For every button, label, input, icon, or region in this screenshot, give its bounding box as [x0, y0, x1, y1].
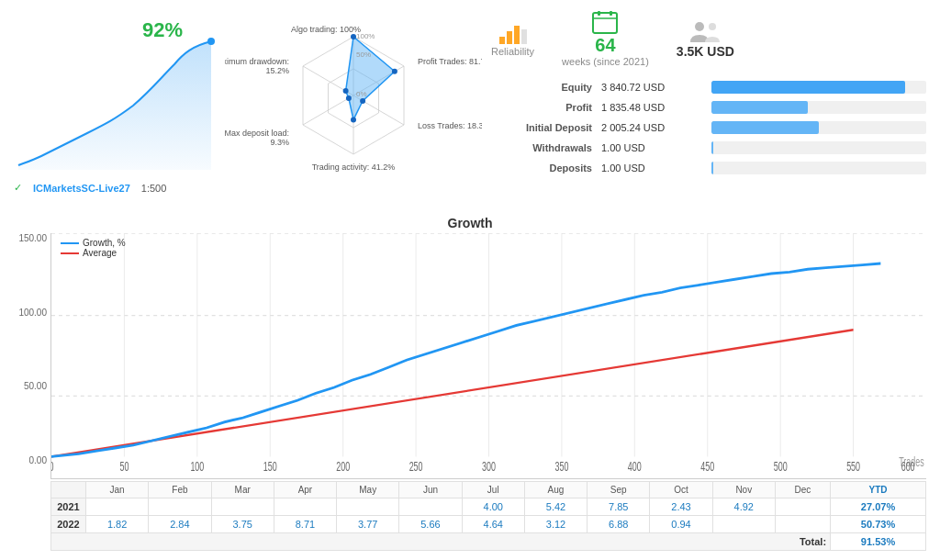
profit-bar — [711, 101, 808, 114]
svg-marker-7 — [346, 37, 395, 119]
radar-svg: 50% 100% 0% Algo trading: 100% Profit Tr… — [225, 9, 482, 193]
stats-icons-row: Reliability 64 weeks (since 2021) — [491, 9, 926, 67]
2022-jun: 5.66 — [399, 516, 462, 533]
svg-point-25 — [695, 22, 704, 31]
growth-chart-container: Growth, % Average — [50, 233, 926, 479]
profit-bar-container — [711, 101, 926, 114]
2021-jun — [399, 498, 462, 516]
svg-rect-18 — [507, 31, 512, 44]
svg-text:400: 400 — [628, 459, 642, 475]
2021-ytd: 27.07% — [831, 498, 926, 516]
people-icon — [688, 18, 722, 44]
chart-legend: Growth, % Average — [61, 238, 126, 258]
initial-deposit-bar-container — [711, 121, 926, 134]
growth-percent: 92% — [142, 18, 183, 42]
table-row-2022: 2022 1.82 2.84 3.75 8.71 3.77 5.66 4.64 … — [51, 516, 926, 533]
weeks-value: 64 — [595, 35, 615, 56]
deposits-bar — [711, 162, 713, 174]
svg-rect-24 — [610, 11, 612, 16]
month-may: May — [337, 482, 399, 498]
withdrawals-row: Withdrawals 1.00 USD — [491, 141, 926, 154]
leverage: 1:500 — [141, 183, 167, 194]
2022-aug: 3.12 — [524, 516, 587, 533]
2021-dec — [775, 498, 830, 516]
svg-text:150: 150 — [263, 459, 277, 475]
2021-may — [337, 498, 399, 516]
withdrawals-value: 1.00 USD — [601, 142, 702, 153]
svg-line-41 — [51, 330, 854, 456]
legend-average: Average — [61, 248, 126, 258]
legend-growth-label: Growth, % — [83, 238, 126, 248]
radar-label-drawdown: Maximum drawdown: — [225, 57, 289, 66]
2022-feb: 2.84 — [149, 516, 211, 533]
year-2021: 2021 — [51, 498, 86, 516]
usd-value: 3.5K USD — [677, 44, 734, 59]
financial-stat-rows: Equity 3 840.72 USD Profit 1 835.48 USD … — [491, 81, 926, 174]
initial-deposit-row: Initial Deposit 2 005.24 USD — [491, 121, 926, 134]
bar-chart-icon — [498, 20, 528, 46]
svg-text:50: 50 — [119, 459, 129, 475]
svg-point-26 — [709, 23, 716, 30]
svg-rect-19 — [514, 26, 520, 44]
legend-average-label: Average — [83, 248, 117, 258]
equity-value: 3 840.72 USD — [601, 82, 702, 93]
svg-text:100: 100 — [190, 459, 204, 475]
2021-jul: 4.00 — [462, 498, 524, 516]
svg-rect-17 — [499, 37, 505, 44]
svg-text:550: 550 — [846, 459, 860, 475]
month-aug: Aug — [524, 482, 587, 498]
svg-rect-20 — [521, 29, 527, 44]
deposits-value: 1.00 USD — [601, 162, 702, 174]
2022-jan: 1.82 — [86, 516, 149, 533]
y-label-50: 50.00 — [24, 381, 47, 391]
profit-label: Profit — [491, 102, 592, 113]
total-value: 91.53% — [831, 533, 926, 551]
initial-deposit-value: 2 005.24 USD — [601, 122, 702, 133]
profit-value: 1 835.48 USD — [601, 102, 702, 113]
equity-row: Equity 3 840.72 USD — [491, 81, 926, 94]
month-oct: Oct — [650, 482, 712, 498]
svg-point-0 — [207, 38, 215, 45]
radar-label-drawdown2: 15.2% — [265, 66, 289, 75]
y-label-150: 150.00 — [18, 233, 47, 243]
weeks-label: weeks (since 2021) — [562, 56, 649, 67]
top-stats: Reliability 64 weeks (since 2021) — [491, 9, 926, 211]
growth-section: Growth 150.00 100.00 50.00 0.00 — [14, 216, 926, 551]
initial-deposit-bar — [711, 121, 819, 134]
month-jul: Jul — [462, 482, 524, 498]
2021-jan — [86, 498, 149, 516]
month-jan: Jan — [86, 482, 149, 498]
y-axis: 150.00 100.00 50.00 0.00 — [14, 233, 50, 479]
deposits-row: Deposits 1.00 USD — [491, 162, 926, 174]
2021-apr — [274, 498, 336, 516]
radar-label-profit: Profit Trades: 81.7% — [418, 57, 482, 66]
svg-text:250: 250 — [409, 459, 423, 475]
growth-title: Growth — [14, 216, 926, 230]
2022-sep: 6.88 — [588, 516, 650, 533]
svg-point-9 — [392, 69, 397, 74]
weeks-stat: 64 weeks (since 2021) — [562, 9, 649, 67]
2022-ytd: 50.73% — [831, 516, 926, 533]
radar-label-activity: Trading activity: 41.2% — [312, 162, 396, 172]
withdrawals-bar — [711, 141, 713, 154]
initial-deposit-label: Initial Deposit — [491, 122, 592, 133]
2021-nov: 4.92 — [712, 498, 775, 516]
month-sep: Sep — [588, 482, 650, 498]
profit-row: Profit 1 835.48 USD — [491, 101, 926, 114]
reliability-label: Reliability — [491, 46, 534, 57]
2022-nov — [712, 516, 775, 533]
2022-dec — [775, 516, 830, 533]
mini-chart-svg — [14, 28, 216, 174]
2022-may: 3.77 — [337, 516, 399, 533]
svg-text:350: 350 — [554, 459, 568, 475]
month-mar: Mar — [211, 482, 274, 498]
svg-text:500: 500 — [774, 459, 788, 475]
y-label-100: 100.00 — [18, 308, 47, 318]
svg-point-10 — [360, 98, 365, 104]
month-apr: Apr — [274, 482, 336, 498]
month-dec: Dec — [775, 482, 830, 498]
mini-chart-area: 92% ✓ ICMarketsSC-Live27 1:500 — [14, 9, 216, 211]
withdrawals-label: Withdrawals — [491, 142, 592, 153]
2021-aug: 5.42 — [524, 498, 587, 516]
svg-text:0%: 0% — [356, 90, 367, 98]
